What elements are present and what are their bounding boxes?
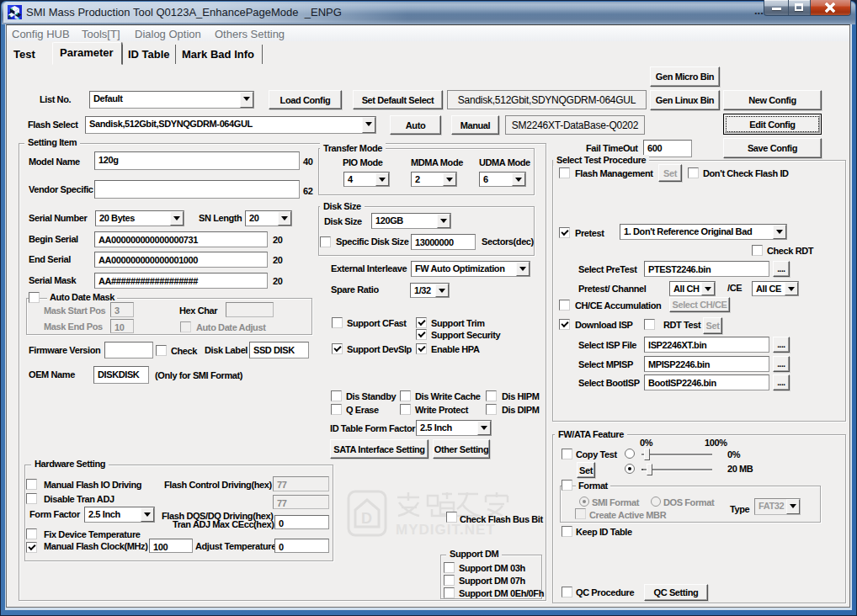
svg-text:D: D [361, 510, 372, 527]
